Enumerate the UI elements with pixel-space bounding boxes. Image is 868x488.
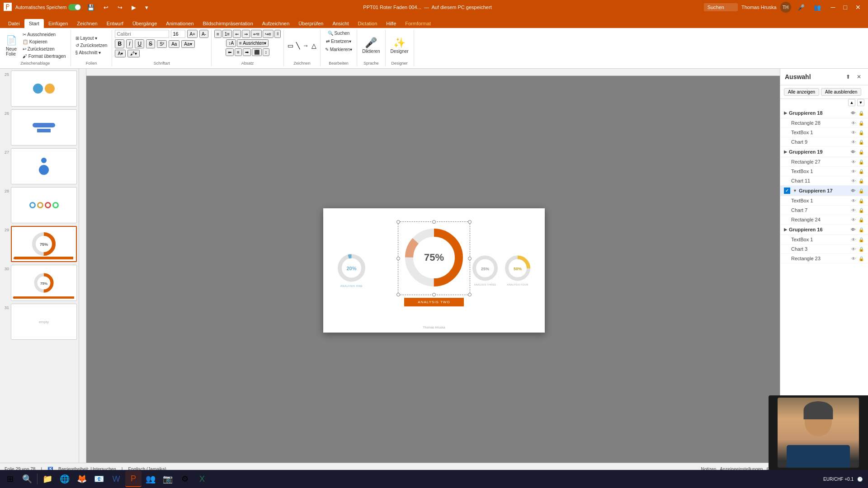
handle-br[interactable] [468,293,472,296]
lock-rect28[interactable]: 🔒 [858,120,864,126]
markieren-btn[interactable]: ✎ Markieren▾ [323,46,354,53]
shape-rect-btn[interactable]: ▭ [287,41,294,50]
tab-einfuegen[interactable]: Einfügen [44,19,72,28]
decrease-font-btn[interactable]: A- [199,30,208,38]
taskbar-settings-btn[interactable]: ⚙ [177,471,193,487]
tab-hilfe[interactable]: Hilfe [382,19,401,28]
ltr-btn[interactable]: ↪≡ [263,30,274,38]
format-btn[interactable]: 🖌 Format übertragen [21,53,68,60]
panel-close-btn[interactable]: ✕ [854,72,863,81]
eye-chart3[interactable]: 👁 [850,246,857,252]
present-btn[interactable]: ▶ [129,3,139,12]
lock-textbox1-g19[interactable]: 🔒 [858,168,864,174]
panel-expand-btn[interactable]: ⬆ [844,72,853,81]
lock-textbox1-g17[interactable]: 🔒 [858,197,864,204]
tab-aufzeichnen[interactable]: Aufzeichnen [258,19,294,28]
taskbar-outlook-btn[interactable]: 📧 [91,471,107,487]
close-btn[interactable]: ✕ [852,3,864,12]
italic-btn[interactable]: I [126,39,133,48]
tree-group-header-19[interactable]: ▶ Gruppieren 19 👁 🔒 [780,147,868,157]
slide-img-28[interactable] [11,187,77,223]
list-bullet-btn[interactable]: ≡ [214,30,222,38]
tree-item-chart9[interactable]: Chart 9 👁 🔒 [780,137,868,147]
eye-chart7[interactable]: 👁 [850,207,857,213]
redo-btn[interactable]: ↪ [115,3,125,12]
autosave-toggle[interactable]: Automatisches Speichern [15,4,81,10]
tab-start[interactable]: Start [24,19,44,28]
show-all-btn[interactable]: Alle anzeigen [784,88,819,96]
highlight-btn[interactable]: 🖍▾ [127,50,140,57]
shape-line-btn[interactable]: ╲ [295,41,301,50]
eye-group18[interactable]: 👁 [850,110,856,116]
slide-img-30[interactable]: 75% [11,265,77,301]
tree-item-textbox1-g17[interactable]: TextBox 1 👁 🔒 [780,196,868,206]
lock-group16[interactable]: 🔒 [858,226,864,233]
align-left-btn[interactable]: ⬅ [226,48,234,56]
font-size-input[interactable] [171,30,185,38]
shape-tri-btn[interactable]: △ [311,41,317,50]
zuruecksetzen-btn[interactable]: ↩ Zurücksetzen [21,46,68,52]
taskbar-camera-btn[interactable]: 📷 [160,471,176,487]
strikethrough-btn[interactable]: S [146,39,155,48]
tree-item-textbox1-g16[interactable]: TextBox 1 👁 🔒 [780,235,868,244]
columns-btn[interactable]: ⫴ [274,30,281,38]
taskbar-explorer-btn[interactable]: 📁 [39,471,56,487]
tree-group-header-18[interactable]: ▶ Gruppieren 18 👁 🔒 [780,108,868,118]
tab-datei[interactable]: Datei [4,19,24,28]
dictation-icon[interactable]: 🎤 [795,3,807,12]
slide-thumb-26[interactable]: 26 [2,109,77,145]
shadow-btn[interactable]: S² [157,40,167,48]
tree-item-rect23[interactable]: Rectangle 23 👁 🔒 [780,254,868,263]
lock-chart11[interactable]: 🔒 [858,178,864,184]
undo-btn[interactable]: ↩ [101,3,111,12]
slide-img-26[interactable] [11,109,77,145]
ausschneiden-btn[interactable]: ✂ Ausschneiden [21,31,68,38]
eye-textbox1-g19[interactable]: 👁 [850,168,857,174]
layout-btn[interactable]: ⊞ Layout ▾ [74,35,109,42]
eye-textbox1-g18[interactable]: 👁 [850,129,857,136]
taskbar-excel-btn[interactable]: X [194,471,210,487]
taskbar-chrome-btn[interactable]: 🌐 [57,471,73,487]
tree-item-chart11[interactable]: Chart 11 👁 🔒 [780,176,868,186]
tree-item-chart7[interactable]: Chart 7 👁 🔒 [780,206,868,215]
lock-rect24[interactable]: 🔒 [858,216,864,223]
tree-item-textbox1-g19[interactable]: TextBox 1 👁 🔒 [780,167,868,176]
tab-bildschirm[interactable]: Bildschirmpräsentation [198,19,258,28]
search-box[interactable]: Suchen [704,3,738,11]
bold-btn[interactable]: B [115,39,124,48]
eye-textbox1-g17[interactable]: 👁 [850,197,857,204]
eye-group19[interactable]: 👁 [850,149,856,155]
tab-zeichnen[interactable]: Zeichnen [72,19,102,28]
handle-ml[interactable] [396,257,400,260]
taskbar-powerpoint-btn[interactable]: P [125,471,142,487]
taskbar-windows-btn[interactable]: ⊞ [2,471,18,487]
checkbox-group17[interactable]: ✓ [784,188,790,194]
lock-chart9[interactable]: 🔒 [858,139,864,145]
slide-thumb-27[interactable]: 27 [2,148,77,184]
folien-zurueck-btn[interactable]: ↺ Zurücksetzen [74,42,109,49]
eye-group16[interactable]: 👁 [850,226,856,233]
lock-group17[interactable]: 🔒 [858,188,864,194]
handle-tr[interactable] [468,220,472,224]
slide-img-27[interactable] [11,148,77,184]
font-color-btn[interactable]: A▾ [115,50,126,57]
lock-rect27[interactable]: 🔒 [858,159,864,165]
lock-group18[interactable]: 🔒 [858,110,864,116]
autosave-pill[interactable] [68,4,81,10]
text-align-btn[interactable]: ≡ Ausrichten▾ [237,39,269,47]
tab-ueberpruefen[interactable]: Überprüfen [294,19,328,28]
tree-item-rect24[interactable]: Rectangle 24 👁 🔒 [780,215,868,225]
eye-rect27[interactable]: 👁 [850,159,857,165]
ersetzen-btn[interactable]: ⇄ Ersetzen▾ [324,38,353,45]
tab-dictation[interactable]: Dictation [353,19,382,28]
slide-thumb-25[interactable]: 25 [2,70,77,107]
handle-tm[interactable] [432,220,436,224]
indent-dec-btn[interactable]: ⇐ [233,30,241,38]
align-right-btn[interactable]: ➡ [243,48,251,56]
lock-chart3[interactable]: 🔒 [858,246,864,252]
slide-img-29[interactable]: 75% [11,226,77,262]
slide-canvas[interactable]: 20% ANALYSIS ONE [323,208,545,333]
lock-rect23[interactable]: 🔒 [858,255,864,262]
tree-item-chart3[interactable]: Chart 3 👁 🔒 [780,244,868,254]
lock-chart7[interactable]: 🔒 [858,207,864,213]
